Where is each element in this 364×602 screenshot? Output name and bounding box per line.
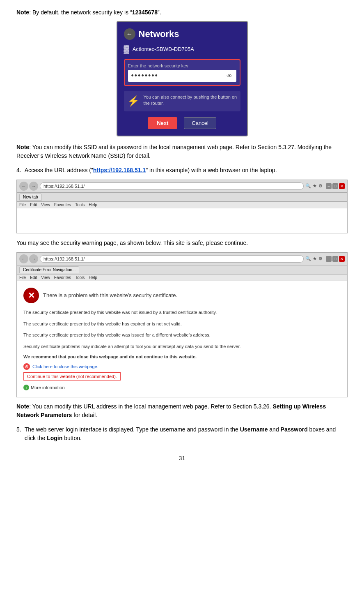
menu-tools-1[interactable]: Tools	[75, 203, 85, 207]
sw-close-link[interactable]: ◎ Click here to close this webpage.	[23, 363, 341, 370]
note1-text: Note: By default, the network security k…	[16, 8, 348, 17]
note1-colon: : By default, the network security key i…	[29, 9, 161, 16]
menu-file-1[interactable]: File	[19, 203, 26, 207]
sw-minimize-btn[interactable]: –	[326, 256, 332, 262]
sw-browser-icons: 🔍 ★ ⚙	[305, 256, 323, 261]
caption1-text: You may see the security warning page, a…	[16, 238, 348, 247]
router-icon: ⚡	[127, 94, 140, 108]
back-arrow-icon: ←	[124, 28, 135, 40]
maximize-button[interactable]: □	[332, 183, 338, 189]
sw-address-bar[interactable]: https://192.168.51.1/	[40, 255, 304, 263]
networks-title-label: Networks	[139, 29, 179, 39]
ssid-label: Actiontec-SBWD-DD705A	[133, 46, 194, 52]
sw-more-info[interactable]: i More information	[23, 385, 341, 390]
step5-login-bold: Login	[47, 435, 62, 441]
sw-warning-line-3: The security certificate presented by th…	[23, 332, 341, 339]
back-nav-icon[interactable]: ←	[19, 182, 28, 191]
note3-prefix: Note	[16, 403, 29, 410]
tab-item-1[interactable]: New tab	[19, 194, 42, 201]
sw-win-controls: – □ ✕	[326, 256, 345, 262]
sw-search-icon[interactable]: 🔍	[305, 256, 311, 261]
sw-back-icon[interactable]: ←	[19, 254, 28, 263]
security-key-dots: ••••••••	[131, 72, 158, 80]
tab-bar-1: New tab	[17, 193, 347, 202]
sw-settings-icon[interactable]: ⚙	[318, 256, 323, 261]
address-bar-1[interactable]: https://192.168.51.1/	[40, 182, 304, 190]
step5-username-bold: Username	[240, 426, 268, 433]
router-info-box: ⚡ You can also connect by pushing the bu…	[124, 91, 240, 111]
networks-buttons: Next Cancel	[124, 117, 240, 129]
note2-prefix: Note	[16, 144, 29, 150]
window-controls-1: – □ ✕	[326, 183, 345, 189]
address-url-1: https://192.168.51.1/	[43, 184, 85, 189]
browser-icons-1: 🔍 ★ ⚙	[305, 183, 323, 189]
browser-content-empty-1	[17, 208, 347, 233]
sw-toolbar: File Edit View Favorites Tools Help	[17, 274, 347, 281]
next-button[interactable]: Next	[148, 117, 177, 129]
page-number: 31	[16, 455, 348, 461]
sw-tab-item[interactable]: Certificate Error Navigation...	[19, 266, 79, 273]
close-button[interactable]: ✕	[339, 183, 345, 189]
sw-tab-bar: Certificate Error Navigation...	[17, 265, 347, 274]
sw-header: ✕ There is a problem with this website’s…	[23, 288, 341, 303]
sw-warning-title: There is a problem with this website’s s…	[43, 292, 177, 298]
sw-security-note: Security certificate problems may indica…	[23, 343, 341, 351]
security-key-label: Enter the network security key	[128, 63, 236, 68]
search-icon[interactable]: 🔍	[305, 183, 311, 189]
sw-menu-favorites[interactable]: Favorites	[54, 275, 71, 280]
step5-item: 5. The web server login interface is dis…	[16, 425, 348, 443]
wifi-item: ▓ Actiontec-SBWD-DD705A	[124, 45, 240, 53]
step5-number: 5.	[16, 425, 21, 443]
step5-text: The web server login interface is displa…	[25, 425, 348, 443]
sw-recommend-text: We recommend that you close this webpage…	[23, 354, 341, 359]
browser-screenshot-2: ← → https://192.168.51.1/ 🔍 ★ ⚙ – □ ✕ Ce…	[16, 252, 348, 397]
sw-warning-line-1: The security certificate presented by th…	[23, 309, 341, 316]
security-key-input[interactable]: •••••••• 👁	[128, 70, 236, 82]
sw-menu-help[interactable]: Help	[89, 275, 97, 280]
browser-chrome-1: ← → https://192.168.51.1/ 🔍 ★ ⚙ – □ ✕	[17, 180, 347, 193]
sw-warning-line-2: The security certificate presented by th…	[23, 321, 341, 328]
sw-forward-icon[interactable]: →	[29, 254, 38, 263]
forward-nav-icon[interactable]: →	[29, 182, 38, 191]
error-x-icon: ✕	[23, 288, 39, 303]
sw-content: ✕ There is a problem with this website’s…	[17, 281, 347, 397]
networks-screenshot: ← Networks ▓ Actiontec-SBWD-DD705A Enter…	[117, 21, 248, 136]
note2-body: : You can modify this SSID and its passw…	[16, 144, 332, 159]
menu-help-1[interactable]: Help	[89, 203, 97, 207]
sw-menu-view[interactable]: View	[41, 275, 50, 280]
step4-number: 4.	[16, 166, 21, 175]
networks-screenshot-container: ← Networks ▓ Actiontec-SBWD-DD705A Enter…	[16, 21, 348, 136]
sw-maximize-btn[interactable]: □	[332, 256, 338, 262]
sw-address-url: https://192.168.51.1/	[43, 256, 85, 261]
note2-text: Note: You can modify this SSID and its p…	[16, 143, 348, 160]
menu-favorites-1[interactable]: Favorites	[54, 203, 71, 207]
note3-body: : You can modify this URL address in the…	[16, 403, 326, 418]
sw-menu-tools[interactable]: Tools	[75, 275, 85, 280]
info-icon: i	[23, 385, 29, 390]
sw-menu-file[interactable]: File	[19, 275, 26, 280]
pin-icon[interactable]: ★	[313, 183, 317, 189]
note3-bold: Setting up Wireless Network Parameters	[16, 403, 326, 418]
menu-view-1[interactable]: View	[41, 203, 50, 207]
browser-screenshot-1: ← → https://192.168.51.1/ 🔍 ★ ⚙ – □ ✕ Ne…	[16, 180, 348, 233]
sw-more-info-text: More information	[31, 385, 65, 390]
menu-edit-1[interactable]: Edit	[30, 203, 37, 207]
step5-password-bold: Password	[281, 426, 308, 433]
sw-close-link-icon: ◎	[23, 363, 30, 370]
minimize-button[interactable]: –	[326, 183, 332, 189]
browser-toolbar-1: File Edit View Favorites Tools Help	[17, 202, 347, 208]
sw-continue-link[interactable]: Continue to this website (not recommende…	[23, 372, 121, 381]
sw-chrome: ← → https://192.168.51.1/ 🔍 ★ ⚙ – □ ✕	[17, 253, 347, 265]
note1-key: 12345678	[132, 9, 158, 16]
step4-item: 4. Access the URL address ("https://192.…	[16, 166, 348, 175]
sw-close-link-text: Click here to close this webpage.	[32, 364, 98, 369]
cancel-button[interactable]: Cancel	[184, 117, 216, 129]
url-link[interactable]: https://192.168.51.1	[93, 167, 146, 173]
sw-pin-icon[interactable]: ★	[313, 256, 317, 261]
sw-menu-edit[interactable]: Edit	[30, 275, 37, 280]
security-key-box: Enter the network security key •••••••• …	[124, 59, 240, 86]
sw-close-btn[interactable]: ✕	[339, 256, 345, 262]
settings-icon[interactable]: ⚙	[318, 183, 323, 189]
wifi-signal-icon: ▓	[124, 45, 129, 53]
step4-text: Access the URL address ("https://192.168…	[25, 166, 277, 175]
